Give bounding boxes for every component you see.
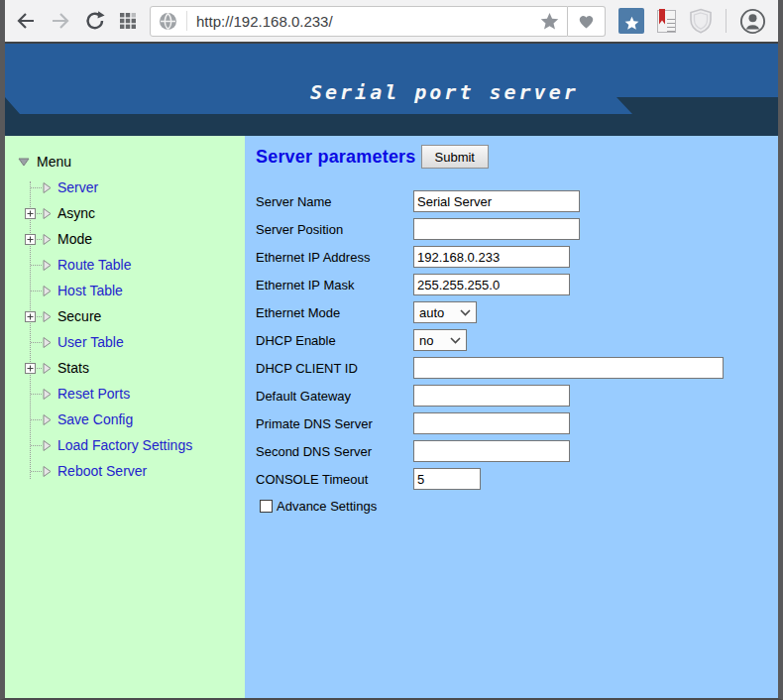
sidebar-item-route-table[interactable]: Route Table [5,252,245,278]
server-position-input[interactable] [413,218,580,240]
field-label: CONSOLE Timeout [256,472,413,487]
console-timeout-input[interactable] [413,468,481,490]
advance-settings-row: Advance Settings [256,499,778,514]
address-bar-group: http://192.168.0.233/ [150,6,606,37]
form-row-dhcp-enable: DHCP Enableno [256,326,778,354]
form-row-primate-dns-server: Primate DNS Server [256,409,778,437]
field-label: Ethernet Mode [256,305,413,320]
sidebar-item-mode[interactable]: Mode [5,226,245,252]
apps-grid-icon [119,12,137,30]
ethernet-ip-address-input[interactable] [413,246,570,268]
profile-button[interactable] [739,8,766,35]
arrow-right-icon [43,182,52,193]
server-parameters-form: Server NameServer PositionEthernet IP Ad… [256,187,778,493]
second-dns-server-input[interactable] [413,440,570,462]
field-label: Ethernet IP Address [256,250,413,265]
field-label: Server Position [256,222,413,237]
tree-line [31,291,42,292]
sidebar-item-label: Secure [57,308,101,324]
advance-settings-checkbox[interactable] [260,500,273,513]
back-button[interactable] [15,10,37,32]
heading-row: Server parameters Submit [256,145,778,169]
heart-button[interactable] [568,6,606,37]
arrow-right-icon [43,440,52,451]
chevron-down-icon [460,309,471,316]
sidebar-item-server[interactable]: Server [5,175,245,200]
extension-shield-button[interactable] [689,8,713,34]
form-row-console-timeout: CONSOLE Timeout [256,465,778,493]
select-value: no [419,333,433,348]
tree-line [31,471,42,472]
page-content: Menu ServerAsyncModeRoute TableHost Tabl… [5,136,778,698]
expand-plus-icon[interactable] [25,208,36,219]
expand-plus-icon[interactable] [25,311,36,322]
sidebar-menu: Menu ServerAsyncModeRoute TableHost Tabl… [5,136,245,698]
server-name-input[interactable] [413,190,580,212]
form-row-server-name: Server Name [256,187,778,215]
sidebar-item-save-config[interactable]: Save Config [5,407,245,432]
tree-line [31,187,42,188]
sidebar-item-host-table[interactable]: Host Table [5,278,245,303]
apps-grid-button[interactable] [119,12,137,30]
form-row-ethernet-mode: Ethernet Modeauto [256,298,778,326]
arrow-right-icon [43,234,52,245]
field-label: Primate DNS Server [256,416,413,431]
arrow-right-icon [43,260,52,271]
main-panel: Server parameters Submit Server NameServ… [245,136,778,698]
url-text: http://192.168.0.233/ [196,13,540,30]
sidebar-root-menu[interactable]: Menu [5,149,245,175]
tree-line [31,419,42,420]
sidebar-item-label: User Table [57,334,124,350]
form-row-server-position: Server Position [256,215,778,243]
chevron-down-icon [450,337,461,344]
form-row-dhcp-client-id: DHCP CLIENT ID [256,354,778,382]
default-gateway-input[interactable] [413,385,570,407]
advance-settings-label: Advance Settings [277,499,377,514]
sidebar-item-label: Reboot Server [57,463,147,479]
arrow-right-icon [43,337,52,348]
sidebar-item-label: Stats [57,360,89,376]
submit-button[interactable]: Submit [421,145,489,169]
expand-plus-icon[interactable] [25,234,36,245]
sidebar-item-stats[interactable]: Stats [5,355,245,381]
bookmark-star-icon[interactable] [540,12,559,31]
browser-toolbar: http://192.168.0.233/ [5,0,778,44]
page-title: Server parameters [256,147,416,168]
extension-star-button[interactable] [618,8,644,34]
banner-title: Serial port server [310,80,579,104]
sidebar-item-label: Load Factory Settings [57,437,192,453]
primate-dns-server-input[interactable] [413,412,570,434]
shield-icon [689,8,713,34]
white-star-icon [624,16,639,31]
sidebar-item-label: Host Table [57,283,123,298]
ethernet-mode-select[interactable]: auto [413,301,477,323]
field-label: Default Gateway [256,389,413,404]
field-label: Ethernet IP Mask [256,278,413,292]
sidebar-item-label: Mode [57,231,92,247]
forward-button[interactable] [50,10,71,32]
extension-reading-list-button[interactable] [657,10,676,33]
expand-plus-icon[interactable] [25,363,36,374]
tree-line [31,394,42,395]
sidebar-item-reset-ports[interactable]: Reset Ports [5,381,245,407]
tree-line [31,445,42,446]
arrow-right-icon [43,389,52,400]
ethernet-ip-mask-input[interactable] [413,274,570,295]
dhcp-enable-select[interactable]: no [413,329,467,351]
sidebar-item-load-factory-settings[interactable]: Load Factory Settings [5,432,245,458]
sidebar-item-user-table[interactable]: User Table [5,329,245,355]
arrow-down-icon [18,158,30,167]
form-row-default-gateway: Default Gateway [256,382,778,409]
sidebar-items: ServerAsyncModeRoute TableHost TableSecu… [5,175,245,484]
sidebar-item-async[interactable]: Async [5,200,245,226]
heart-icon [577,12,596,30]
sidebar-root-label: Menu [37,154,71,170]
address-bar[interactable]: http://192.168.0.233/ [150,6,568,37]
dhcp-client-id-input[interactable] [413,357,724,379]
profile-icon [739,8,766,35]
sidebar-item-secure[interactable]: Secure [5,303,245,329]
arrow-right-icon [43,286,52,296]
back-arrow-icon [15,10,37,32]
sidebar-item-reboot-server[interactable]: Reboot Server [5,458,245,484]
reload-button[interactable] [84,10,106,32]
